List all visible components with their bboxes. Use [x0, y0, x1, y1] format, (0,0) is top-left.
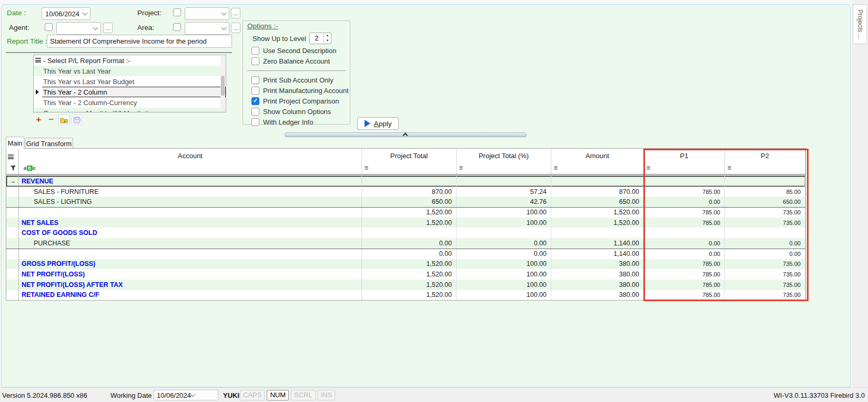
- value-cell[interactable]: 100.00: [457, 290, 551, 301]
- value-cell[interactable]: 0.00: [362, 249, 457, 259]
- account-cell[interactable]: PURCHASE: [19, 238, 362, 249]
- table-row[interactable]: SALES - FURNITURE870.0057.24870.00785.00…: [6, 187, 805, 197]
- table-row[interactable]: 0.000.001,140.000.000.00: [6, 249, 805, 259]
- value-cell[interactable]: 1,520.00: [362, 280, 457, 290]
- level-spinner[interactable]: 2 ▲ ▼: [309, 33, 331, 44]
- checkbox[interactable]: [251, 47, 259, 55]
- value-cell[interactable]: 785.00: [644, 259, 725, 270]
- table-row[interactable]: PURCHASE0.000.001,140.000.000.00: [6, 238, 805, 249]
- value-cell[interactable]: 785.00: [644, 187, 725, 197]
- filter-cell[interactable]: =: [644, 162, 725, 174]
- agent-more-button[interactable]: ...: [103, 23, 113, 33]
- value-cell[interactable]: 650.00: [725, 197, 805, 207]
- account-cell[interactable]: [19, 208, 362, 218]
- abc-filter-icon[interactable]: aBc: [24, 166, 36, 171]
- value-cell[interactable]: [362, 176, 457, 187]
- table-row[interactable]: SALES - LIGHTING650.0042.76650.000.00650…: [6, 197, 805, 207]
- table-row[interactable]: →REVENUE: [6, 176, 805, 187]
- list-scrollbar[interactable]: [220, 56, 225, 112]
- value-cell[interactable]: 0.00: [457, 238, 551, 249]
- open-format-button[interactable]: [58, 115, 69, 125]
- value-cell[interactable]: 380.00: [551, 269, 644, 280]
- checkbox[interactable]: [251, 57, 259, 65]
- panel-splitter[interactable]: [285, 132, 527, 137]
- value-cell[interactable]: 100.00: [457, 218, 551, 228]
- option-row[interactable]: Print Sub Account Only: [243, 75, 350, 85]
- value-cell[interactable]: 1,520.00: [551, 208, 644, 218]
- column-header-account[interactable]: Account: [19, 149, 362, 162]
- format-list-item[interactable]: Comparison - Monthly (12 Months): [34, 108, 226, 112]
- value-cell[interactable]: 0.00: [725, 249, 805, 259]
- account-cell[interactable]: NET PROFIT/(LOSS) AFTER TAX: [19, 280, 362, 290]
- value-cell[interactable]: 1,520.00: [362, 269, 457, 280]
- value-cell[interactable]: 380.00: [551, 280, 644, 290]
- value-cell[interactable]: 650.00: [551, 197, 644, 207]
- value-cell[interactable]: [725, 176, 805, 187]
- account-cell[interactable]: COST OF GOODS SOLD: [19, 228, 362, 238]
- value-cell[interactable]: 785.00: [644, 290, 725, 301]
- account-cell[interactable]: REVENUE: [19, 176, 362, 187]
- area-select[interactable]: [185, 22, 229, 35]
- column-header-amount[interactable]: Amount: [551, 149, 644, 162]
- value-cell[interactable]: 1,520.00: [362, 218, 457, 228]
- checkbox[interactable]: [251, 87, 259, 95]
- option-row[interactable]: Show Column Options: [243, 106, 350, 117]
- value-cell[interactable]: 650.00: [362, 197, 457, 207]
- project-more-button[interactable]: ...: [231, 8, 240, 18]
- value-cell[interactable]: 1,520.00: [362, 259, 457, 270]
- format-list-item[interactable]: This Year vs Last Year: [34, 66, 226, 76]
- value-cell[interactable]: [457, 176, 551, 187]
- value-cell[interactable]: 42.76: [457, 197, 551, 207]
- table-row[interactable]: GROSS PROFIT/(LOSS)1,520.00100.00380.007…: [6, 259, 805, 270]
- account-cell[interactable]: SALES - LIGHTING: [19, 197, 362, 207]
- checkbox[interactable]: [251, 76, 259, 84]
- value-cell[interactable]: 100.00: [457, 280, 551, 290]
- value-cell[interactable]: 0.00: [644, 197, 725, 207]
- value-cell[interactable]: 785.00: [644, 269, 725, 280]
- value-cell[interactable]: 380.00: [551, 290, 644, 301]
- column-header-project-total-pct[interactable]: Project Total (%): [457, 149, 551, 162]
- value-cell[interactable]: 380.00: [551, 259, 644, 270]
- account-cell[interactable]: NET PROFIT/(LOSS): [19, 269, 362, 280]
- project-select[interactable]: [185, 7, 229, 20]
- value-cell[interactable]: 1,140.00: [551, 249, 644, 259]
- value-cell[interactable]: 0.00: [457, 249, 551, 259]
- value-cell[interactable]: [362, 228, 457, 238]
- report-title-input[interactable]: [47, 35, 232, 48]
- date-select[interactable]: 10/06/2024: [42, 7, 90, 20]
- value-cell[interactable]: 100.00: [457, 269, 551, 280]
- value-cell[interactable]: [551, 176, 644, 187]
- agent-select[interactable]: [56, 22, 101, 35]
- value-cell[interactable]: 0.00: [362, 238, 457, 249]
- filter-cell[interactable]: =: [551, 162, 644, 174]
- table-row[interactable]: RETAINED EARNING C/F1,520.00100.00380.00…: [6, 290, 805, 301]
- value-cell[interactable]: 1,520.00: [551, 218, 644, 228]
- pl-report-format-list[interactable]: - Select P/L Report Format :- This Year …: [33, 55, 226, 112]
- value-cell[interactable]: 100.00: [457, 208, 551, 218]
- account-cell[interactable]: SALES - FURNITURE: [19, 187, 362, 197]
- drag-handle-icon[interactable]: [8, 154, 14, 159]
- area-more-button[interactable]: ...: [231, 23, 240, 33]
- filter-cell-account[interactable]: aBc: [19, 162, 362, 174]
- filter-funnel-icon[interactable]: [11, 165, 17, 171]
- area-checkbox[interactable]: [173, 23, 181, 31]
- column-header-p1[interactable]: P1: [644, 149, 725, 162]
- option-row[interactable]: With Ledger Info: [243, 117, 350, 127]
- table-row[interactable]: 1,520.00100.001,520.00785.00735.00: [6, 207, 805, 218]
- format-list-item[interactable]: This Year - 2 Column-Currency: [34, 97, 226, 108]
- table-row[interactable]: NET SALES1,520.00100.001,520.00785.00735…: [6, 218, 805, 228]
- value-cell[interactable]: 735.00: [725, 280, 805, 290]
- filter-cell[interactable]: =: [457, 162, 551, 174]
- column-header-project-total[interactable]: Project Total: [362, 149, 457, 162]
- filter-cell[interactable]: =: [362, 162, 457, 174]
- value-cell[interactable]: 0.00: [725, 238, 805, 249]
- value-cell[interactable]: [644, 228, 725, 238]
- filter-cell[interactable]: =: [725, 162, 805, 174]
- value-cell[interactable]: 0.00: [644, 249, 725, 259]
- working-date-select[interactable]: 10/06/2024: [154, 390, 218, 400]
- project-checkbox[interactable]: [173, 8, 181, 16]
- value-cell[interactable]: 735.00: [725, 208, 805, 218]
- value-cell[interactable]: 1,140.00: [551, 238, 644, 249]
- value-cell[interactable]: 57.24: [457, 187, 551, 197]
- value-cell[interactable]: 735.00: [725, 259, 805, 270]
